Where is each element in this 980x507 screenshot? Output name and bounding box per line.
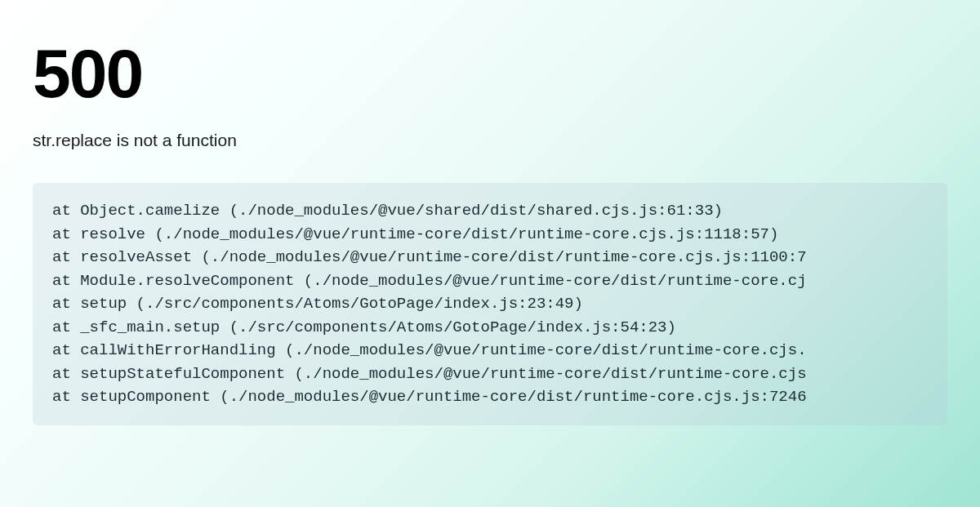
error-page-container: 500 str.replace is not a function at Obj… — [0, 0, 980, 425]
stack-trace: at Object.camelize (./node_modules/@vue/… — [33, 183, 947, 425]
error-code: 500 — [33, 39, 947, 108]
error-message: str.replace is not a function — [33, 131, 947, 150]
